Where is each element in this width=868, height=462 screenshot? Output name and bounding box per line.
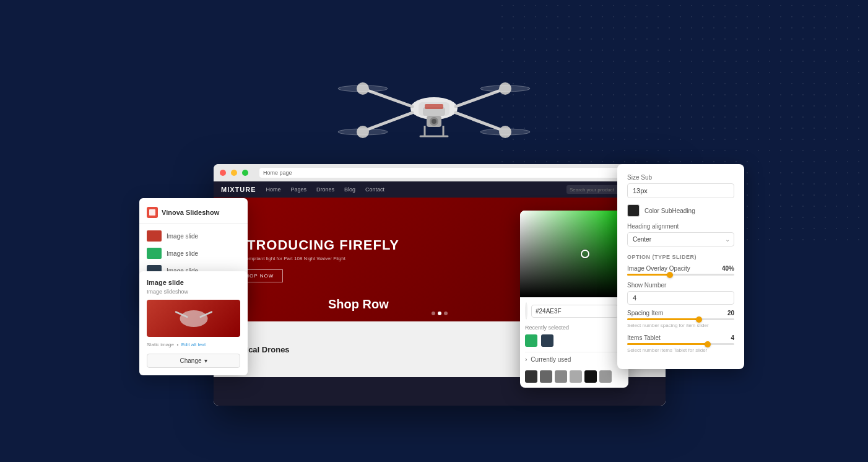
items-tablet-label: Items Tablet <box>627 334 661 341</box>
panel-title: Vinova Slideshow <box>162 209 219 216</box>
currently-used-toggle[interactable]: › Currently used <box>525 352 623 367</box>
currently-used-swatches <box>525 367 623 383</box>
image-slide-subtitle: Image slideshow <box>147 289 240 295</box>
spacing-item-fill <box>627 318 699 320</box>
image-slide-preview <box>147 300 240 337</box>
image-overlay-value: 40% <box>722 265 734 272</box>
change-chevron: ▾ <box>204 357 207 364</box>
color-picker-circle[interactable] <box>581 250 589 258</box>
panel-icon <box>147 207 158 218</box>
browser-minimize-btn[interactable] <box>231 170 237 176</box>
nav-logo: MIXTURE <box>221 186 256 193</box>
items-tablet-value: 4 <box>731 334 734 341</box>
hero-dot-1[interactable] <box>432 312 435 315</box>
image-overlay-thumb[interactable] <box>667 272 673 278</box>
currently-used-label: Currently used <box>531 356 571 363</box>
color-subheading-row: Color SubHeading <box>627 204 734 217</box>
svg-line-6 <box>456 113 502 130</box>
hero-dot-2[interactable] <box>438 312 441 315</box>
shop-row-text: Shop Row <box>328 297 389 312</box>
used-swatch-6[interactable] <box>599 370 612 383</box>
heading-alignment-row: Center Left Right ⌄ <box>627 232 734 246</box>
static-image-text: Static image <box>147 342 174 347</box>
svg-rect-34 <box>149 209 155 216</box>
spacing-item-thumb[interactable] <box>696 316 702 323</box>
slide-thumb-1 <box>147 230 162 242</box>
settings-panel: Size Sub 13px Color SubHeading Heading a… <box>617 164 744 369</box>
spacing-item-track[interactable] <box>627 318 734 320</box>
color-hex-input[interactable]: #24AE3F <box>531 305 618 318</box>
svg-point-35 <box>180 310 207 327</box>
svg-point-12 <box>480 85 530 92</box>
nav-home[interactable]: Home <box>266 186 281 193</box>
used-swatch-4[interactable] <box>570 370 582 383</box>
image-overlay-label: Image Overlay Opacity <box>627 265 690 272</box>
slide-label-2: Image slide <box>167 250 198 257</box>
color-picker-panel[interactable]: #24AE3F ⊘ None Recently selected › Curre… <box>520 211 628 388</box>
nav-drones[interactable]: Drones <box>316 186 334 193</box>
nav-pages[interactable]: Pages <box>291 186 307 193</box>
browser-nav: MIXTURE Home Pages Drones Blog Contact 🛒… <box>214 181 666 198</box>
svg-rect-18 <box>425 104 443 109</box>
browser-close-btn[interactable] <box>220 170 226 176</box>
option-section-title: OPTION (TYPE SLIDER) <box>627 254 734 260</box>
used-swatch-5[interactable] <box>584 370 597 383</box>
color-swatch-large[interactable] <box>525 302 527 320</box>
svg-point-11 <box>338 85 388 92</box>
hero-title: INTRODUCING FIREFLY <box>232 237 399 253</box>
spacing-item-value: 20 <box>727 310 734 316</box>
size-sub-input[interactable]: 13px <box>627 183 734 198</box>
heading-alignment-select[interactable]: Center Left Right <box>628 233 721 246</box>
toggle-arrow-icon: › <box>525 356 527 363</box>
recent-swatch-1[interactable] <box>525 334 537 347</box>
heading-alignment-label: Heading alignment <box>627 223 734 230</box>
used-swatch-1[interactable] <box>525 370 537 383</box>
change-button[interactable]: Change ▾ <box>147 354 240 368</box>
browser-url-bar[interactable]: Home page <box>259 168 653 178</box>
used-swatch-3[interactable] <box>555 370 567 383</box>
spacing-item-label: Spacing Item <box>627 310 663 316</box>
svg-line-5 <box>366 113 412 130</box>
items-tablet-thumb[interactable] <box>705 341 711 347</box>
recently-selected-title: Recently selected <box>525 325 623 331</box>
slide-item-1[interactable]: Image slide <box>139 227 248 245</box>
show-number-input[interactable]: 4 <box>627 291 734 305</box>
slide-thumb-2 <box>147 248 162 259</box>
recently-selected-swatches <box>525 334 623 347</box>
items-tablet-fill <box>627 343 708 345</box>
nav-contact[interactable]: Contact <box>365 186 384 193</box>
color-subheading-swatch[interactable] <box>627 204 640 217</box>
recent-swatch-2[interactable] <box>541 334 553 347</box>
browser-bar: Home page <box>214 164 666 181</box>
used-swatch-2[interactable] <box>540 370 552 383</box>
browser-url-text: Home page <box>263 170 292 176</box>
browser-maximize-btn[interactable] <box>242 170 248 176</box>
image-overlay-fill <box>627 274 670 276</box>
slide-item-2[interactable]: Image slide <box>139 245 248 262</box>
svg-line-4 <box>456 90 502 107</box>
svg-point-14 <box>480 129 530 135</box>
change-label: Change <box>180 357 201 364</box>
hero-dot-3[interactable] <box>444 312 448 315</box>
select-arrow-icon: ⌄ <box>721 236 734 243</box>
items-tablet-hint: Select number items Tablet for slider <box>627 347 734 353</box>
color-gradient-area[interactable] <box>520 211 628 297</box>
image-overlay-track[interactable] <box>627 274 734 276</box>
hero-subtitle: FFA Compliant light for Part 108 Night W… <box>232 256 399 261</box>
slide-label-1: Image slide <box>167 233 198 240</box>
spacing-item-slider-row: Spacing Item 20 <box>627 310 734 320</box>
svg-line-3 <box>366 90 412 107</box>
edit-alt-text-link[interactable]: Edit alt text <box>181 342 206 347</box>
image-slide-panel: Image slide Image slideshow Static image… <box>139 271 248 375</box>
nav-blog[interactable]: Blog <box>344 186 355 193</box>
panel-header: Vinova Slideshow <box>139 204 248 224</box>
items-tablet-track[interactable] <box>627 343 734 345</box>
color-value-row: #24AE3F ⊘ None <box>525 302 623 320</box>
hero-text: INTRODUCING FIREFLY FFA Compliant light … <box>232 237 399 282</box>
spacing-item-hint: Select number spacing for item slider <box>627 323 734 328</box>
color-subheading-label: Color SubHeading <box>644 207 695 214</box>
size-sub-label: Size Sub <box>627 174 734 181</box>
color-picker-bottom: #24AE3F ⊘ None Recently selected › Curre… <box>520 297 628 388</box>
show-number-label: Show Number <box>627 282 734 289</box>
image-slide-hint: Static image • Edit alt text <box>147 342 240 347</box>
